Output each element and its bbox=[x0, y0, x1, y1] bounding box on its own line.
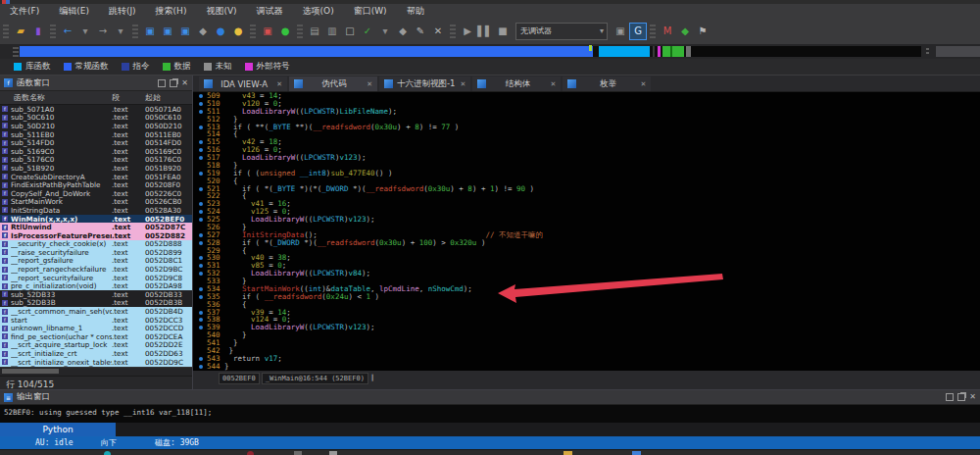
breakpoint-dot[interactable] bbox=[199, 365, 203, 369]
function-row[interactable]: funknown_libname_1.text0052DCCD bbox=[0, 324, 192, 332]
jump-function-icon[interactable]: ▣ bbox=[177, 24, 193, 39]
code-line[interactable]: 537 v39 = 14; bbox=[193, 309, 980, 317]
tab-python[interactable]: Python bbox=[0, 423, 116, 436]
code-line[interactable]: 528 if ( *(_DWORD *)(__readfsdword(0x30u… bbox=[193, 239, 980, 247]
function-row[interactable]: fpre_c_initialization(void).text0052DA98 bbox=[0, 281, 192, 290]
nav-forward-icon[interactable]: → bbox=[95, 24, 111, 39]
menu-item-2[interactable]: 编辑(E) bbox=[49, 4, 99, 19]
function-row[interactable]: ffind_pe_section(uchar * const,uint).tex… bbox=[0, 332, 192, 341]
function-row[interactable]: fsub_511EB0.text00511EB0 bbox=[0, 130, 192, 139]
close-button[interactable]: ✕ bbox=[181, 79, 188, 87]
function-row[interactable]: fInitStringData.text00528A30 bbox=[0, 206, 192, 215]
function-row[interactable]: f__security_check_cookie(x).text0052D888 bbox=[0, 240, 192, 249]
code-line[interactable]: 525 LoadLibraryW((LPCWSTR)v123); bbox=[193, 216, 980, 224]
function-row[interactable]: fsub_514FD0.text00514FD0 bbox=[0, 138, 192, 147]
menu-item-9[interactable]: 帮助 bbox=[397, 4, 434, 19]
code-line[interactable]: 515 v42 = 18; bbox=[193, 138, 980, 146]
demangle-icon[interactable]: ◆ bbox=[195, 24, 211, 39]
output-close-button[interactable]: ✕ bbox=[969, 393, 976, 401]
snapshot-icon[interactable]: ◆ bbox=[395, 24, 411, 39]
function-row[interactable]: fsub_5176C0.text005176C0 bbox=[0, 156, 192, 165]
breakpoint-dot[interactable] bbox=[199, 272, 203, 276]
graph-toggle-icon[interactable]: G bbox=[630, 24, 646, 39]
breakpoint-dot[interactable] bbox=[199, 202, 203, 206]
function-row[interactable]: f__scrt_common_main_seh(void).text0052DB… bbox=[0, 307, 192, 316]
breakpoint-dot[interactable] bbox=[199, 241, 203, 245]
code-line[interactable]: 530 v40 = 38; bbox=[193, 254, 980, 262]
output-maximize-button[interactable] bbox=[946, 393, 954, 401]
breakpoint-list-icon[interactable]: ◆ bbox=[677, 24, 693, 39]
code-line[interactable]: 517 LoadLibraryW((LPCWSTR)v123); bbox=[193, 154, 980, 162]
function-row[interactable]: fsub_5169C0.text005169C0 bbox=[0, 147, 192, 156]
function-row[interactable]: fsub_50D210.text0050D210 bbox=[0, 122, 192, 130]
code-line[interactable]: 513 if ( **(_BYTE **)(__readfsdword(0x30… bbox=[193, 124, 980, 131]
calculator-icon[interactable]: ▤ bbox=[307, 24, 322, 39]
function-row[interactable]: fCopySelf_And_DoWork.text005226C0 bbox=[0, 189, 192, 198]
plugin-icon[interactable]: ✓ bbox=[360, 24, 375, 39]
function-row[interactable]: fsub_51B920.text0051B920 bbox=[0, 164, 192, 173]
column-start[interactable]: 起始 bbox=[145, 92, 192, 103]
tab-伪代码[interactable]: 伪代码✕ bbox=[289, 76, 377, 91]
function-row[interactable]: fStartMainWork.text00526CB0 bbox=[0, 198, 192, 207]
breakpoint-dot[interactable] bbox=[199, 295, 203, 299]
column-segment[interactable]: 段 bbox=[112, 92, 145, 103]
breakpoint-dot[interactable] bbox=[199, 140, 203, 144]
open-file-icon[interactable]: ▰ bbox=[13, 24, 28, 39]
code-line[interactable]: 511 LoadLibraryW((LPCWSTR)LibFileName); bbox=[193, 108, 980, 116]
breakpoint-dot[interactable] bbox=[199, 264, 203, 268]
function-row[interactable]: f__raise_securityfailure.text0052D899 bbox=[0, 248, 192, 257]
attach-icon[interactable]: ▣ bbox=[612, 24, 628, 39]
debugger-select[interactable]: 无调试器▾ bbox=[515, 23, 608, 40]
function-row[interactable]: fRtlUnwind.text0052D87C bbox=[0, 223, 192, 231]
output-float-button[interactable] bbox=[957, 393, 965, 401]
breakpoint-dot[interactable] bbox=[199, 256, 203, 260]
code-line[interactable]: 521 if ( *(_BYTE *)(*(_DWORD *)(__readfs… bbox=[193, 185, 980, 193]
breakpoint-dot[interactable] bbox=[199, 172, 203, 176]
code-line[interactable]: 536 { bbox=[193, 301, 980, 309]
stop-icon[interactable]: ■ bbox=[495, 24, 511, 39]
tab-close-icon[interactable]: ✕ bbox=[550, 80, 556, 88]
plugin-caret-icon[interactable]: ▾ bbox=[377, 24, 393, 39]
pseudocode-view[interactable]: 509 v43 = 14;510 v120 = 0;511 LoadLibrar… bbox=[193, 92, 980, 371]
nav-back-caret-icon[interactable]: ▾ bbox=[77, 24, 93, 39]
jump-address-icon[interactable]: ▣ bbox=[142, 24, 158, 39]
function-row[interactable]: fsub_52DB3B.text0052DB3B bbox=[0, 299, 192, 308]
code-line[interactable]: 522 { bbox=[193, 192, 980, 200]
breakpoint-dot[interactable] bbox=[199, 326, 203, 329]
breakpoint-dot[interactable] bbox=[199, 187, 203, 191]
breakpoint-dot[interactable] bbox=[199, 148, 203, 152]
functions-hscrollbar-thumb[interactable] bbox=[2, 369, 59, 374]
float-button[interactable] bbox=[170, 79, 177, 87]
breakpoint-dot[interactable] bbox=[199, 126, 203, 129]
module-icon[interactable]: M bbox=[660, 24, 675, 39]
colorize-icon[interactable]: ● bbox=[213, 24, 228, 39]
tab-close-icon[interactable]: ✕ bbox=[460, 80, 466, 88]
save-icon[interactable]: ▮ bbox=[30, 24, 46, 39]
code-line[interactable]: 544} bbox=[193, 363, 980, 371]
breakpoint-dot[interactable] bbox=[199, 311, 203, 315]
nav-back-icon[interactable]: ← bbox=[60, 24, 75, 39]
code-line[interactable]: 540 } bbox=[193, 331, 980, 339]
breakpoint-dot[interactable] bbox=[199, 287, 203, 291]
flag-icon[interactable]: ⚑ bbox=[695, 24, 710, 39]
function-row[interactable]: f__scrt_initialize_crt.text0052DD63 bbox=[0, 349, 192, 358]
maximize-button[interactable] bbox=[158, 79, 166, 87]
navigation-band[interactable] bbox=[20, 46, 921, 57]
output-log[interactable]: 52BEF0: using guessed type __int16 var_1… bbox=[0, 405, 980, 423]
code-line[interactable]: 519 if ( (unsigned __int8)sub_477E40() ) bbox=[193, 170, 980, 177]
function-row[interactable]: f__report_securityfailure.text0052D9C8 bbox=[0, 274, 192, 282]
pause-icon[interactable]: ▌▌ bbox=[477, 24, 493, 39]
breakpoint-dot[interactable] bbox=[199, 318, 203, 322]
nav-forward-caret-icon[interactable]: ▾ bbox=[113, 24, 128, 39]
run-icon[interactable]: ▶ bbox=[460, 24, 475, 39]
column-function-name[interactable]: 函数名称 bbox=[14, 92, 112, 103]
function-row[interactable]: fstart.text0052DCC3 bbox=[0, 316, 192, 325]
code-line[interactable]: 541 } bbox=[193, 339, 980, 347]
record-icon[interactable]: ● bbox=[277, 24, 293, 39]
tab-close-icon[interactable]: ✕ bbox=[276, 80, 282, 88]
function-row[interactable]: fFindExistPathByPathTable.text005208F0 bbox=[0, 180, 192, 189]
function-row[interactable]: fsub_5071A0.text005071A0 bbox=[0, 105, 192, 114]
breakpoint-dot[interactable] bbox=[199, 233, 203, 237]
breakpoint-dot[interactable] bbox=[199, 102, 203, 106]
breakpoint-dot[interactable] bbox=[199, 357, 203, 361]
